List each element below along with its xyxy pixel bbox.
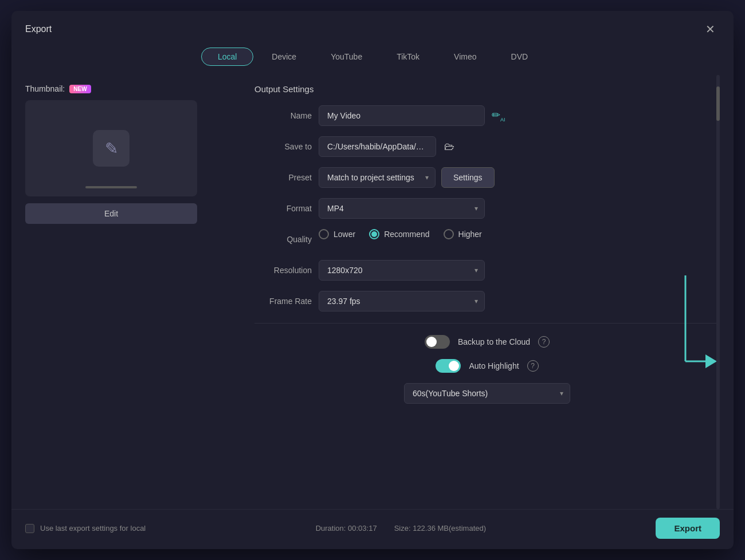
format-row: Format MP4 ▾ [254,198,720,219]
quality-lower-radio[interactable] [319,229,329,239]
export-dialog: Export ✕ Local Device YouTube TikTok Vim… [11,11,734,549]
save-to-row: Save to 🗁 [254,136,720,157]
new-badge: NEW [69,85,91,93]
backup-cloud-label: Backup to the Cloud [458,337,530,346]
framerate-label: Frame Rate [254,297,312,306]
export-button[interactable]: Export [656,518,720,539]
output-settings-title: Output Settings [254,84,720,94]
backup-cloud-help-icon[interactable]: ? [538,336,550,348]
thumbnail-box: ✎ [25,100,197,196]
dialog-title: Export [25,24,52,34]
backup-cloud-row: Backup to the Cloud ? [254,335,720,349]
tab-local[interactable]: Local [201,48,253,66]
thumbnail-progress-bar [85,186,137,188]
shorts-select-row: 60s(YouTube Shorts) ▾ [254,383,720,404]
folder-browse-button[interactable]: 🗁 [441,137,458,156]
thumbnail-section-label: Thumbnail: NEW [25,84,243,93]
pencil-icon: ✎ [105,139,118,158]
divider-1 [254,323,720,324]
quality-recommend-radio[interactable] [369,229,379,239]
shorts-select-wrap-inner: 60s(YouTube Shorts) ▾ [404,383,570,404]
backup-cloud-toggle[interactable] [425,335,450,349]
save-to-label: Save to [254,142,312,151]
quality-recommend-label: Recommend [384,230,429,239]
tab-youtube[interactable]: YouTube [315,48,378,66]
resolution-row: Resolution 1280x720 ▾ [254,260,720,281]
auto-highlight-help-icon[interactable]: ? [527,360,539,372]
edit-button[interactable]: Edit [25,203,197,224]
auto-highlight-toggle-knob [449,361,459,371]
quality-higher-label: Higher [458,230,482,239]
preset-inputs: Match to project settings ▾ Settings [319,167,495,188]
framerate-row: Frame Rate 23.97 fps ▾ [254,291,720,311]
tab-device[interactable]: Device [256,48,312,66]
thumbnail-text: Thumbnail: [25,84,65,93]
shorts-select[interactable]: 60s(YouTube Shorts) [404,383,570,404]
name-input[interactable] [319,105,485,126]
quality-recommend-radio-inner [371,231,377,237]
duration-label: Duration: 00:03:17 [316,524,377,533]
close-button[interactable]: ✕ [701,21,720,37]
quality-recommend[interactable]: Recommend [369,229,429,239]
format-select-wrap: MP4 ▾ [319,198,485,219]
name-row: Name ✏AI [254,105,720,126]
tab-dvd[interactable]: DVD [495,48,544,66]
ai-rename-icon[interactable]: ✏AI [492,109,505,123]
auto-highlight-row: Auto Highlight ? [254,359,720,373]
scrollbar[interactable] [716,75,720,509]
quality-lower-label: Lower [334,230,355,239]
resolution-select-wrap: 1280x720 ▾ [319,260,485,281]
quality-higher[interactable]: Higher [444,229,482,239]
title-bar: Export ✕ [11,11,734,43]
auto-highlight-label: Auto Highlight [469,361,519,370]
name-label: Name [254,111,312,120]
format-label: Format [254,204,312,213]
settings-button[interactable]: Settings [441,167,495,188]
quality-row: Quality Lower Recommend Higher [254,229,720,250]
tabs-row: Local Device YouTube TikTok Vimeo DVD [11,43,734,75]
main-content: Thumbnail: NEW ✎ Edit Output Settings Na… [11,75,734,509]
quality-higher-radio[interactable] [444,229,454,239]
footer: Use last export settings for local Durat… [11,509,734,549]
preset-select-wrap: Match to project settings ▾ [319,167,436,188]
save-to-input[interactable] [319,136,436,157]
right-panel: Output Settings Name ✏AI Save to 🗁 Prese… [254,75,720,509]
format-select[interactable]: MP4 [319,198,485,219]
use-last-row: Use last export settings for local [25,524,146,533]
tab-vimeo[interactable]: Vimeo [438,48,492,66]
save-to-inputs: 🗁 [319,136,458,157]
backup-cloud-toggle-knob [426,337,437,347]
preset-label: Preset [254,173,312,182]
tab-tiktok[interactable]: TikTok [381,48,436,66]
framerate-select[interactable]: 23.97 fps [319,291,485,311]
resolution-select[interactable]: 1280x720 [319,260,485,281]
scrollbar-thumb[interactable] [716,86,720,121]
auto-highlight-toggle[interactable] [436,359,461,373]
quality-label: Quality [254,235,312,244]
quality-options: Lower Recommend Higher [319,229,482,239]
left-panel: Thumbnail: NEW ✎ Edit [25,75,243,509]
quality-lower[interactable]: Lower [319,229,355,239]
preset-row: Preset Match to project settings ▾ Setti… [254,167,720,188]
preset-select[interactable]: Match to project settings [319,167,436,188]
resolution-label: Resolution [254,266,312,275]
use-last-label: Use last export settings for local [40,524,146,533]
thumbnail-icon: ✎ [93,130,130,167]
footer-meta: Duration: 00:03:17 Size: 122.36 MB(estim… [316,524,486,533]
size-label: Size: 122.36 MB(estimated) [394,524,486,533]
use-last-checkbox[interactable] [25,524,34,533]
framerate-select-wrap: 23.97 fps ▾ [319,291,485,311]
